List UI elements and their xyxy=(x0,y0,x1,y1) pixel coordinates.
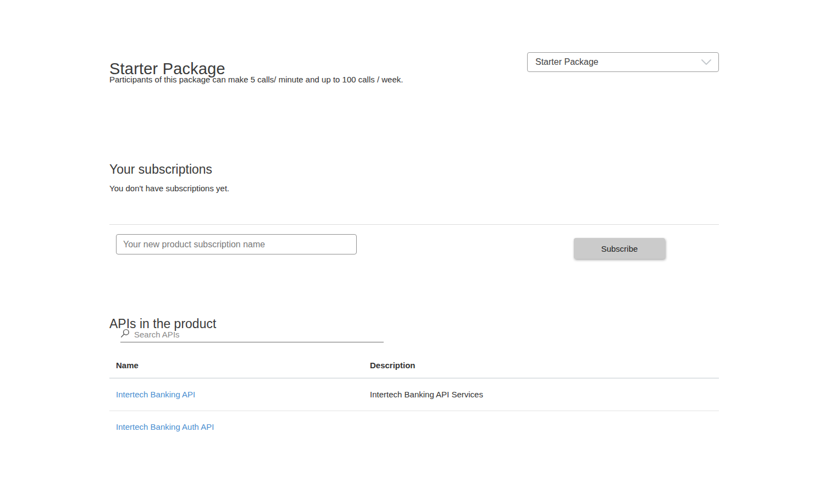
api-search-input[interactable] xyxy=(134,330,384,339)
subscription-name-input[interactable] xyxy=(116,234,357,254)
table-row: Intertech Banking Auth API xyxy=(109,411,719,443)
product-selector-value: Starter Package xyxy=(535,57,599,67)
product-page: Starter Package Participants of this pac… xyxy=(0,0,836,504)
api-search-box[interactable] xyxy=(120,326,384,342)
table-header-row: Name Description xyxy=(109,356,719,379)
apis-table: Name Description Intertech Banking API I… xyxy=(109,356,719,443)
subscribe-section-divider xyxy=(109,224,719,225)
product-selector-dropdown[interactable]: Starter Package xyxy=(527,52,719,72)
api-description: Intertech Banking API Services xyxy=(370,390,719,399)
subscriptions-heading: Your subscriptions xyxy=(109,162,212,177)
api-link-intertech-banking-api[interactable]: Intertech Banking API xyxy=(116,390,195,399)
table-row: Intertech Banking API Intertech Banking … xyxy=(109,379,719,411)
subscriptions-empty-message: You don't have subscriptions yet. xyxy=(109,184,229,193)
product-description: Participants of this package can make 5 … xyxy=(109,75,403,84)
chevron-down-icon xyxy=(701,59,712,65)
subscribe-button[interactable]: Subscribe xyxy=(574,238,665,259)
search-icon xyxy=(120,329,130,340)
column-header-name: Name xyxy=(109,361,370,370)
api-link-intertech-banking-auth-api[interactable]: Intertech Banking Auth API xyxy=(116,422,214,431)
column-header-description: Description xyxy=(370,361,719,370)
